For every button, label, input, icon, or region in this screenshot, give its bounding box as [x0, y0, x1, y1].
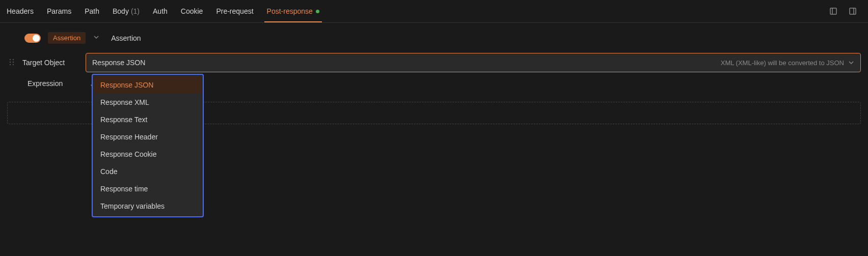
target-object-dropdown: Response JSON Response XML Response Text…: [92, 74, 204, 217]
tab-label: Body: [113, 7, 129, 15]
svg-point-4: [10, 61, 11, 62]
tab-params[interactable]: Params: [40, 0, 78, 22]
dropdown-item-code[interactable]: Code: [94, 163, 201, 180]
tab-label: Headers: [7, 7, 34, 15]
svg-point-3: [13, 59, 14, 60]
form-section: Target Object Response JSON XML (XML-lik…: [0, 53, 868, 95]
collapse-icon[interactable]: [848, 6, 858, 16]
dropdown-item-response-xml[interactable]: Response XML: [94, 94, 201, 111]
tab-auth[interactable]: Auth: [146, 0, 174, 22]
svg-rect-0: [830, 8, 836, 14]
dropdown-item-label: Response XML: [100, 98, 149, 106]
dropdown-item-response-json[interactable]: Response JSON: [94, 76, 201, 94]
tab-body[interactable]: Body(1): [106, 0, 146, 22]
dropdown-item-label: Response JSON: [100, 81, 153, 89]
tabs-container: Headers Params Path Body(1) Auth Cookie …: [0, 0, 326, 22]
target-object-select[interactable]: Response JSON XML (XML-like) will be con…: [86, 53, 861, 72]
dropdown-item-response-cookie[interactable]: Response Cookie: [94, 146, 201, 163]
expand-icon[interactable]: [828, 6, 838, 16]
top-bar: Headers Params Path Body(1) Auth Cookie …: [0, 0, 868, 23]
dropdown-item-label: Code: [100, 167, 117, 176]
dropdown-item-label: Response Cookie: [100, 150, 157, 158]
svg-rect-1: [850, 8, 856, 14]
target-object-row: Target Object Response JSON XML (XML-lik…: [7, 53, 861, 72]
tab-pre-request[interactable]: Pre-request: [209, 0, 260, 22]
select-value: Response JSON: [92, 59, 145, 67]
tab-label: Pre-request: [216, 7, 253, 15]
tab-label: Cookie: [181, 7, 203, 15]
dropdown-item-response-text[interactable]: Response Text: [94, 111, 201, 128]
svg-point-6: [10, 64, 11, 65]
dropdown-item-temporary-variables[interactable]: Temporary variables: [94, 197, 201, 215]
assertion-title: Assertion: [111, 34, 141, 42]
expression-label: Expression: [28, 79, 85, 88]
tab-post-response[interactable]: Post-response: [260, 0, 326, 22]
tab-count: (1): [131, 7, 140, 15]
tab-label: Params: [47, 7, 71, 15]
chevron-down-icon: [848, 60, 854, 66]
tab-headers[interactable]: Headers: [0, 0, 40, 22]
assertion-toggle[interactable]: [24, 34, 41, 43]
target-object-label: Target Object: [22, 59, 79, 67]
select-hint: XML (XML-like) will be converted to JSON: [721, 59, 854, 67]
assertion-header: Assertion Assertion: [0, 23, 868, 53]
drag-handle-icon[interactable]: [7, 58, 16, 68]
chevron-down-icon[interactable]: [93, 34, 100, 42]
tab-label: Path: [85, 7, 99, 15]
select-hint-text: XML (XML-like) will be converted to JSON: [721, 59, 844, 67]
svg-point-7: [13, 64, 14, 65]
dropdown-item-label: Response time: [100, 185, 148, 193]
tab-label: Auth: [153, 7, 168, 15]
tab-label: Post-response: [267, 7, 313, 15]
dropdown-item-response-header[interactable]: Response Header: [94, 128, 201, 146]
assertion-badge: Assertion: [48, 32, 86, 44]
dropdown-item-response-time[interactable]: Response time: [94, 180, 201, 197]
svg-point-5: [13, 61, 14, 62]
active-dot-icon: [316, 10, 319, 13]
top-actions: [828, 6, 868, 16]
dropdown-item-label: Response Header: [100, 133, 158, 141]
svg-point-2: [10, 59, 11, 60]
tab-path[interactable]: Path: [78, 0, 106, 22]
tab-cookie[interactable]: Cookie: [174, 0, 210, 22]
dropdown-item-label: Response Text: [100, 116, 147, 124]
dropdown-item-label: Temporary variables: [100, 202, 165, 210]
